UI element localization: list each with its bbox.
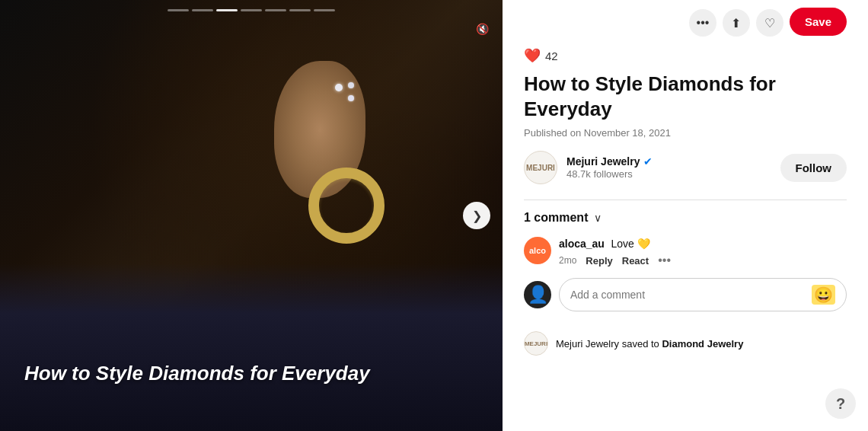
progress-dots [168,9,335,11]
comment-body: aloca_au Love 💛 2mo Reply React ••• [559,237,671,267]
help-button[interactable]: ? [825,388,856,419]
comment-input[interactable] [570,289,812,301]
author-name[interactable]: Mejuri Jewelry [566,155,640,168]
clothing-shape [0,263,503,431]
image-title-overlay: How to Style Diamonds for Everyday [24,361,457,386]
user-avatar-icon: 👤 [528,285,548,305]
commenter-name[interactable]: aloca_au [559,238,605,250]
author-info: MEJURI Mejuri Jewelry ✔ 48.7k followers [524,151,653,184]
more-options-button[interactable]: ••• [689,9,716,37]
comment-input-wrapper[interactable]: 😀 [559,278,847,311]
dots-icon: ••• [697,16,710,30]
comment-text: Love [611,238,633,250]
save-button[interactable]: Save [790,8,847,36]
comments-count: 1 comment [524,211,588,225]
dot-4 [241,9,262,11]
diamond-stud-1 [335,84,343,91]
comment-content: aloca_au Love 💛 [559,237,671,251]
author-name-row: Mejuri Jewelry ✔ [566,155,653,168]
saved-to-avatar-text: MEJURI [525,340,547,347]
heart-icon: ❤️ [524,47,541,64]
comment-emoji: 💛 [637,238,650,250]
dot-6 [289,9,311,11]
next-slide-button[interactable]: ❯ [463,202,490,229]
comment-item: alco aloca_au Love 💛 2mo Reply React ••• [524,237,847,267]
add-comment-row: 👤 😀 [524,278,847,311]
dot-2 [192,9,213,11]
mute-icon: 🔇 [476,23,489,35]
hoop-earring [308,168,385,244]
reply-button[interactable]: Reply [586,255,612,267]
comments-header[interactable]: 1 comment ∨ [524,211,847,225]
commenter-avatar[interactable]: alco [524,237,551,264]
likes-count: 42 [545,49,558,62]
dot-1 [168,9,189,11]
chevron-down-icon: ∨ [594,212,602,224]
published-date: Published on November 18, 2021 [524,127,847,139]
author-details: Mejuri Jewelry ✔ 48.7k followers [566,155,653,180]
comment-more-button[interactable]: ••• [658,254,671,267]
emoji-button[interactable]: 😀 [812,285,835,305]
pin-detail-panel: ••• ⬆ ♡ Save ❤️ 42 How to Style Diamonds… [503,0,868,431]
pin-media-panel: 🔇 ❯ How to Style Diamonds for Everyday [0,0,503,431]
heart-outline-icon: ♡ [764,16,775,30]
comment-time: 2mo [559,255,576,266]
saved-to-row: MEJURI Mejuri Jewelry saved to Diamond J… [524,325,847,362]
react-button[interactable]: React [622,255,649,267]
diamond-stud-2 [348,95,354,101]
author-row: MEJURI Mejuri Jewelry ✔ 48.7k followers … [524,151,847,184]
saved-to-avatar: MEJURI [524,331,548,356]
comment-actions: 2mo Reply React ••• [559,254,671,267]
mute-button[interactable]: 🔇 [476,23,490,35]
divider [524,200,847,200]
follow-button[interactable]: Follow [780,154,847,182]
followers-count: 48.7k followers [566,168,653,180]
chevron-right-icon: ❯ [472,209,482,223]
save-outline-button[interactable]: ♡ [756,9,783,37]
upload-icon: ⬆ [731,16,741,30]
author-avatar[interactable]: MEJURI [524,151,557,184]
saved-to-prefix: Mejuri Jewelry saved to [556,338,659,350]
current-user-avatar: 👤 [524,281,551,308]
share-button[interactable]: ⬆ [723,9,750,37]
dot-5 [265,9,286,11]
dot-7 [314,9,335,11]
pin-title: How to Style Diamonds for Everyday [524,72,847,121]
action-bar: ••• ⬆ ♡ Save [524,0,847,44]
saved-to-text: Mejuri Jewelry saved to Diamond Jewelry [556,338,743,350]
commenter-initials: alco [529,246,546,255]
likes-row: ❤️ 42 [524,47,847,64]
verified-icon: ✔ [643,155,653,168]
diamond-stud-3 [348,82,354,88]
saved-to-board[interactable]: Diamond Jewelry [662,338,743,350]
author-avatar-text: MEJURI [526,164,555,172]
dot-3 [216,9,238,11]
